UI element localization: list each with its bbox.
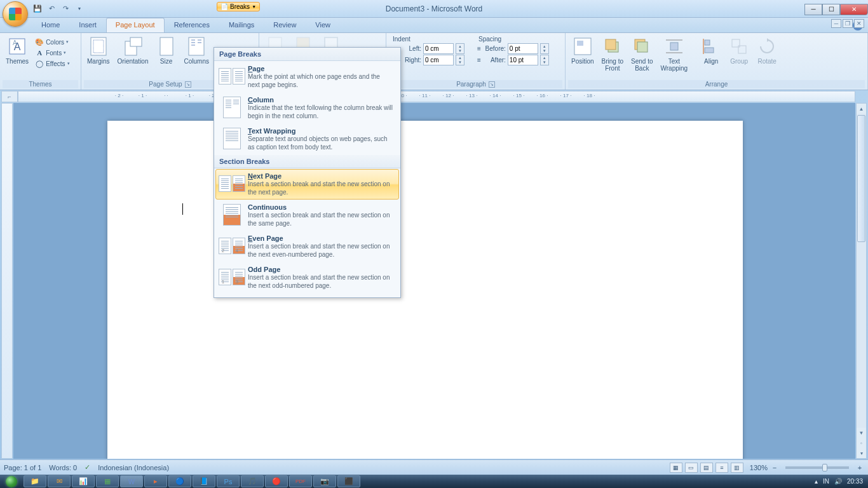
margins-button[interactable]: Margins — [84, 34, 113, 67]
text-wrapping-button[interactable]: Text Wrapping — [658, 34, 691, 74]
scroll-down-icon[interactable]: ▼ — [857, 428, 866, 438]
taskbar-item-app6[interactable]: 🔵 — [168, 475, 191, 487]
ruler-corner[interactable]: ⌐ — [1, 91, 18, 102]
proofing-icon[interactable]: ✓ — [85, 463, 90, 471]
break-next-page[interactable]: Next PageInsert a section break and star… — [215, 169, 399, 200]
paragraph-dialog-launcher[interactable]: ↘ — [489, 81, 495, 88]
break-odd-page[interactable]: 13 Odd PageInsert a section break and st… — [215, 262, 399, 293]
next-page-icon[interactable]: ▾ — [857, 448, 866, 458]
zoom-in-button[interactable]: + — [855, 464, 864, 471]
orientation-icon — [123, 36, 143, 57]
indent-left-spinner[interactable]: ▲▼ — [456, 43, 465, 54]
break-column[interactable]: ColumnIndicate that the text following t… — [215, 93, 399, 123]
page-setup-dialog-launcher[interactable]: ↘ — [185, 81, 191, 88]
vertical-ruler[interactable] — [1, 103, 13, 459]
spacing-before-spinner[interactable]: ▲▼ — [540, 43, 549, 54]
taskbar-item-app9[interactable]: 🎵 — [241, 475, 264, 487]
breaks-button[interactable]: 📄 Breaks ▼ — [217, 2, 260, 11]
undo-icon[interactable]: ↶ — [46, 3, 57, 15]
bring-to-front-button[interactable]: Bring to Front — [599, 34, 627, 74]
taskbar-item-word[interactable]: W — [120, 475, 143, 487]
status-words[interactable]: Words: 0 — [49, 464, 77, 471]
taskbar-item-excel[interactable]: ▦ — [96, 475, 119, 487]
mdi-close-button[interactable]: ✕ — [854, 19, 864, 28]
tray-show-hidden-icon[interactable]: ▴ — [815, 478, 818, 485]
horizontal-ruler[interactable]: · 2 ·· 1 ·· ·· 1 ·· 2 ·· 3 ·· 4 ·· 5 ·· … — [18, 91, 855, 102]
taskbar-item-office[interactable]: 📊 — [72, 475, 95, 487]
tray-clock[interactable]: 20:33 — [847, 478, 863, 485]
view-full-screen[interactable]: ▭ — [685, 463, 698, 473]
break-text-wrapping[interactable]: Text WrappingSeparate text around object… — [215, 124, 399, 154]
tab-mailings[interactable]: Mailings — [219, 18, 264, 32]
effects-icon: ◯ — [35, 59, 44, 68]
break-even-page[interactable]: 24 Even PageInsert a section break and s… — [215, 231, 399, 262]
taskbar-item-pdf[interactable]: PDF — [289, 475, 312, 487]
indent-right-input[interactable] — [423, 55, 454, 65]
view-print-layout[interactable]: ▦ — [670, 463, 682, 473]
spacing-after-spinner[interactable]: ▲▼ — [540, 55, 549, 65]
mdi-restore-button[interactable]: ❐ — [843, 19, 853, 28]
taskbar-item-app12[interactable]: 📷 — [313, 475, 336, 487]
taskbar-item-photoshop[interactable]: Ps — [217, 475, 240, 487]
zoom-slider-thumb[interactable] — [822, 464, 827, 471]
document-page[interactable] — [107, 121, 743, 459]
columns-icon — [186, 36, 207, 57]
indent-left-input[interactable] — [423, 43, 454, 54]
close-button[interactable]: ✕ — [840, 4, 868, 15]
fonts-button[interactable]: AFonts▾ — [33, 48, 71, 58]
spacing-before-input[interactable] — [508, 43, 538, 54]
spacing-after-input[interactable] — [508, 55, 538, 65]
prev-page-icon[interactable]: ◦ — [857, 438, 866, 448]
columns-button[interactable]: Columns — [181, 34, 212, 67]
zoom-slider[interactable] — [785, 466, 849, 469]
mdi-minimize-button[interactable]: ─ — [831, 19, 841, 28]
colors-icon: 🎨 — [35, 37, 44, 46]
scroll-up-icon[interactable]: ▲ — [857, 104, 866, 114]
taskbar-item-powerpoint[interactable]: ▸ — [144, 475, 167, 487]
view-outline[interactable]: ≡ — [715, 463, 728, 473]
send-to-back-button[interactable]: Send to Back — [628, 34, 656, 74]
tab-review[interactable]: Review — [264, 18, 306, 32]
themes-button[interactable]: AA Themes — [3, 34, 32, 67]
indent-right-spinner[interactable]: ▲▼ — [456, 55, 465, 65]
rotate-button[interactable]: Rotate — [754, 34, 780, 67]
view-web-layout[interactable]: ▤ — [700, 463, 713, 473]
taskbar-item-app13[interactable]: ⬛ — [337, 475, 360, 487]
break-continuous[interactable]: ContinuousInsert a section break and sta… — [215, 200, 399, 231]
tab-view[interactable]: View — [306, 18, 340, 32]
status-page[interactable]: Page: 1 of 1 — [4, 464, 41, 471]
colors-button[interactable]: 🎨Colors▾ — [33, 37, 71, 47]
zoom-level[interactable]: 130% — [750, 464, 768, 471]
orientation-button[interactable]: Orientation — [114, 34, 152, 67]
tray-flag-icon[interactable]: 🔊 — [834, 478, 842, 485]
vertical-scrollbar[interactable]: ▲ ▼ ◦ ▾ — [856, 103, 867, 459]
redo-icon[interactable]: ↷ — [60, 3, 71, 15]
size-button[interactable]: Size — [153, 34, 180, 67]
position-button[interactable]: Position — [568, 34, 597, 67]
tray-language[interactable]: IN — [823, 478, 829, 485]
effects-button[interactable]: ◯Effects▾ — [33, 58, 71, 69]
start-button[interactable] — [0, 475, 23, 488]
view-draft[interactable]: ▥ — [731, 463, 743, 473]
group-button[interactable]: Group — [726, 34, 752, 67]
taskbar-item-explorer[interactable]: 📁 — [24, 475, 46, 487]
save-icon[interactable]: 💾 — [32, 3, 43, 15]
page-breaks-header: Page Breaks — [214, 48, 400, 61]
qat-customize-icon[interactable]: ▼ — [74, 3, 85, 15]
tab-page-layout[interactable]: Page Layout — [106, 18, 165, 32]
break-page[interactable]: PageMark the point at which one page end… — [215, 62, 399, 92]
zoom-out-button[interactable]: − — [770, 464, 779, 471]
tab-home[interactable]: Home — [32, 18, 69, 32]
maximize-button[interactable]: ☐ — [822, 4, 840, 15]
tab-insert[interactable]: Insert — [69, 18, 106, 32]
office-button[interactable] — [3, 1, 28, 27]
taskbar-item-outlook[interactable]: ✉ — [48, 475, 71, 487]
minimize-button[interactable]: ─ — [804, 4, 822, 15]
status-language[interactable]: Indonesian (Indonesia) — [98, 464, 169, 471]
taskbar-item-app7[interactable]: 📘 — [193, 475, 215, 487]
align-button[interactable]: Align — [698, 34, 724, 67]
scrollbar-thumb[interactable] — [857, 115, 865, 242]
document-area[interactable] — [13, 103, 855, 459]
taskbar-item-chrome[interactable]: 🔴 — [265, 475, 288, 487]
tab-references[interactable]: References — [165, 18, 219, 32]
